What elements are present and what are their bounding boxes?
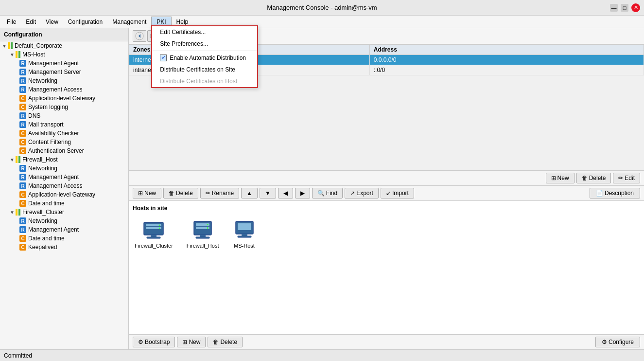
sidebar-item-default-corporate[interactable]: ▼ Default_Corporate — [0, 41, 128, 50]
sidebar-item-management-server[interactable]: R Management Server — [0, 68, 128, 76]
maximize-button[interactable]: □ — [621, 4, 628, 12]
bar-green-ms — [18, 51, 20, 58]
sidebar-item-availability-checker[interactable]: C Availability Checker — [0, 129, 128, 138]
sidebar-item-networking-3[interactable]: R Networking — [0, 217, 128, 225]
sidebar-item-dns[interactable]: R DNS — [0, 111, 128, 120]
badge-r-net2: R — [19, 165, 26, 172]
new-button[interactable]: ⊞ New — [133, 188, 161, 199]
badge-r-dns: R — [19, 112, 26, 119]
toggle-firewall-cluster[interactable]: ▼ — [10, 210, 15, 215]
configure-button[interactable]: ⚙ Configure — [595, 337, 640, 347]
delete-button[interactable]: 🗑 Delete — [163, 188, 198, 199]
sidebar-header: Configuration — [0, 28, 128, 41]
site-preferences-label: Site Preferences... — [160, 40, 208, 47]
sidebar-item-date-time-3[interactable]: C Date and time — [0, 234, 128, 243]
pki-menu-container: PKI Edit Certificates... Site Preference… — [151, 18, 171, 25]
up-button[interactable]: ▲ — [241, 188, 258, 199]
svg-point-10 — [159, 227, 160, 229]
sidebar-item-management-agent-1[interactable]: R Management Agent — [0, 59, 128, 68]
right-button[interactable]: ▶ — [295, 188, 310, 199]
enable-auto-checkbox[interactable]: ✓ — [160, 54, 167, 61]
menu-file[interactable]: File — [2, 17, 21, 27]
configure-label: Configure — [609, 339, 634, 345]
host-card-label-ms-host: MS-Host — [234, 243, 255, 249]
pki-distribute-site[interactable]: Distribute Certificates on Site — [152, 64, 257, 75]
sidebar-item-firewall-cluster[interactable]: ▼ Firewall_Cluster — [0, 208, 128, 217]
new-zone-button[interactable]: ⊞ New — [546, 173, 574, 183]
sidebar-item-system-logging[interactable]: C System logging — [0, 103, 128, 111]
configure-icon: ⚙ — [602, 339, 607, 345]
badge-c-sl: C — [19, 104, 26, 110]
sidebar-item-networking-2[interactable]: R Networking — [0, 164, 128, 173]
import-button[interactable]: ↙ Import — [381, 188, 414, 199]
toggle-default-corporate[interactable]: ▼ — [2, 43, 7, 49]
pki-edit-certificates[interactable]: Edit Certificates... — [152, 26, 257, 38]
bottom-new-label: New — [189, 339, 200, 345]
sidebar-item-networking-1[interactable]: R Networking — [0, 76, 128, 85]
sidebar-item-management-access-2[interactable]: R Management Access — [0, 181, 128, 190]
sidebar-label-management-access-1: Management Access — [28, 86, 82, 93]
sidebar-label-management-access-2: Management Access — [28, 182, 82, 189]
rename-label: Rename — [212, 190, 234, 197]
sidebar-item-firewall-host[interactable]: ▼ Firewall_Host — [0, 155, 128, 164]
sidebar-item-management-agent-3[interactable]: R Management Agent — [0, 225, 128, 234]
sidebar: Configuration ▼ Default_Corporate ▼ MS-H… — [0, 28, 129, 349]
host-card-ms-host[interactable]: MS-Host — [231, 216, 258, 251]
down-button[interactable]: ▼ — [260, 188, 276, 199]
sidebar-label-auth-server: Authentication Server — [28, 147, 84, 154]
description-button[interactable]: 📄 Description — [590, 188, 640, 199]
bottom-new-button[interactable]: ⊞ New — [177, 337, 206, 347]
bootstrap-button[interactable]: ⚙ Bootstrap — [133, 337, 175, 347]
sidebar-label-management-agent-3: Management Agent — [28, 226, 79, 233]
delete-icon: 🗑 — [169, 190, 174, 197]
export-label: Export — [356, 190, 373, 197]
sidebar-label-keepalived: Keepalived — [28, 244, 57, 251]
bottom-delete-button[interactable]: 🗑 Delete — [208, 337, 243, 347]
host-card-firewall-host[interactable]: Firewall_Host — [185, 216, 221, 251]
import-icon: ↙ — [386, 190, 391, 197]
find-icon: 🔍 — [317, 190, 325, 197]
pki-dropdown: Edit Certificates... Site Preferences...… — [151, 25, 258, 88]
new-zone-icon: ⊞ — [551, 175, 556, 181]
pki-site-preferences[interactable]: Site Preferences... — [152, 38, 257, 50]
close-button[interactable]: ✕ — [631, 3, 640, 12]
firewall-cluster-icon — [142, 217, 165, 241]
sidebar-item-keepalived[interactable]: C Keepalived — [0, 243, 128, 252]
sidebar-item-content-filtering[interactable]: C Content Filtering — [0, 138, 128, 146]
sidebar-item-app-gateway-2[interactable]: C Application-level Gateway — [0, 190, 128, 199]
site-manager: Zones Address internet 0.0.0.0/0 intrane… — [129, 44, 644, 349]
toggle-ms-host[interactable]: ▼ — [10, 52, 15, 57]
badge-r-ms: R — [19, 69, 26, 75]
edit-zone-button[interactable]: ✏ Edit — [613, 173, 640, 183]
rename-button[interactable]: ✏ Rename — [200, 188, 239, 199]
col-header-address: Address — [369, 45, 644, 55]
find-label: Find — [326, 190, 337, 197]
sidebar-item-date-time-2[interactable]: C Date and time — [0, 199, 128, 208]
menu-configuration[interactable]: Configuration — [63, 17, 107, 27]
find-button[interactable]: 🔍 Find — [312, 188, 343, 199]
bar-yellow-ms — [16, 51, 17, 58]
sidebar-item-mail-transport[interactable]: R Mail transport — [0, 120, 128, 129]
sidebar-item-app-gateway-1[interactable]: C Application-level Gateway — [0, 94, 128, 103]
menu-edit[interactable]: Edit — [21, 17, 41, 27]
pki-enable-auto-distribution[interactable]: ✓ Enable Automatic Distribution — [152, 52, 257, 64]
svg-point-17 — [207, 227, 209, 229]
left-button[interactable]: ◀ — [278, 188, 293, 199]
sidebar-item-ms-host[interactable]: ▼ MS-Host — [0, 50, 128, 59]
menu-view[interactable]: View — [41, 17, 63, 27]
sidebar-item-auth-server[interactable]: C Authentication Server — [0, 146, 128, 155]
delete-zone-button[interactable]: 🗑 Delete — [576, 173, 611, 183]
sidebar-item-management-agent-2[interactable]: R Management Agent — [0, 173, 128, 181]
host-card-firewall-cluster[interactable]: Firewall_Cluster — [133, 216, 175, 251]
sidebar-item-management-access-1[interactable]: R Management Access — [0, 85, 128, 94]
badge-r-net3: R — [19, 217, 26, 224]
toggle-firewall-host[interactable]: ▼ — [10, 157, 15, 162]
main-layout: Configuration ▼ Default_Corporate ▼ MS-H… — [0, 28, 644, 349]
menu-management[interactable]: Management — [107, 17, 151, 27]
minimize-button[interactable]: — — [610, 4, 618, 12]
back-button[interactable] — [133, 30, 146, 42]
delete-zone-icon: 🗑 — [582, 175, 588, 181]
badge-r-ma3: R — [19, 226, 26, 233]
export-button[interactable]: ↗ Export — [345, 188, 379, 199]
bottom-new-icon: ⊞ — [182, 339, 187, 345]
